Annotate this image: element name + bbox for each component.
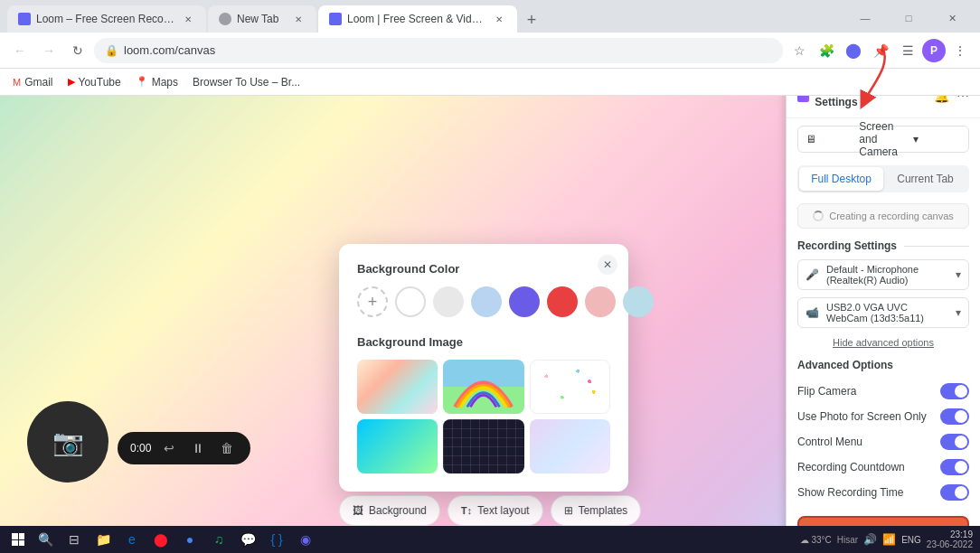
- loom-taskbar[interactable]: ◉: [293, 529, 318, 550]
- bookmark-label-browser: Browser To Use – Br...: [193, 76, 300, 89]
- recording-countdown-label: Recording Countdown: [797, 461, 905, 473]
- control-menu-label: Control Menu: [797, 436, 862, 448]
- source-section: 🖥 Screen and Camera ▾: [787, 118, 980, 160]
- extension-pin[interactable]: 📌: [868, 38, 893, 63]
- background-button[interactable]: 🖼 Background: [339, 495, 440, 526]
- bg-image-6[interactable]: [530, 419, 610, 473]
- loom-panel: Hide Recording Settings 🔔 ⋯ 🖥 Screen and…: [786, 74, 980, 553]
- color-swatch-gray[interactable]: [433, 286, 464, 317]
- vs-code[interactable]: { }: [264, 529, 289, 550]
- extensions-button[interactable]: 🧩: [814, 38, 839, 63]
- color-swatch-red[interactable]: [547, 286, 578, 317]
- edge-browser[interactable]: e: [119, 529, 145, 550]
- bookmarks-bar: M Gmail ▶ YouTube 📍 Maps Browser To Use …: [0, 69, 980, 96]
- wifi-icon[interactable]: 📶: [882, 533, 896, 546]
- hide-advanced-link[interactable]: Hide advanced options: [787, 332, 980, 353]
- bookmark-label-gmail: Gmail: [24, 76, 52, 89]
- back-button[interactable]: ←: [7, 38, 33, 63]
- bg-image-1[interactable]: [357, 360, 438, 414]
- color-swatch-purple[interactable]: [509, 286, 540, 317]
- camera-label: USB2.0 VGA UVC WebCam (13d3:5a11): [826, 302, 948, 323]
- bookmark-browser[interactable]: Browser To Use – Br...: [187, 74, 306, 90]
- use-photo-label: Use Photo for Screen Only: [797, 410, 927, 423]
- mic-icon: 🎤: [806, 268, 819, 281]
- forward-button[interactable]: →: [36, 38, 61, 63]
- bookmark-star[interactable]: ☆: [787, 38, 812, 63]
- bookmark-maps[interactable]: 📍 Maps: [130, 74, 184, 90]
- control-menu-toggle[interactable]: [940, 434, 969, 450]
- menu-button[interactable]: ⋮: [947, 38, 973, 63]
- window-close[interactable]: ✕: [931, 4, 973, 33]
- loom-extension[interactable]: ⬤: [841, 38, 866, 63]
- control-menu-row: Control Menu: [787, 429, 980, 455]
- show-recording-time-toggle[interactable]: [940, 484, 969, 501]
- clock-display: 23:19 23-06-2022: [927, 530, 973, 549]
- modal-close-button[interactable]: ✕: [598, 255, 617, 275]
- recording-countdown-row: Recording Countdown: [787, 455, 980, 480]
- task-view[interactable]: ⊟: [61, 529, 87, 550]
- tab-close-1[interactable]: ✕: [181, 12, 195, 26]
- pause-button[interactable]: ⏸: [187, 437, 209, 459]
- color-swatch-white[interactable]: [395, 286, 426, 317]
- browser-actions: ☆ 🧩 ⬤ 📌 ☰ P ⋮: [787, 38, 973, 63]
- camera-circle: 📷: [27, 401, 108, 483]
- bg-image-3[interactable]: [530, 360, 610, 414]
- taskbar-right: ☁ 33°C Hisar 🔊 📶 ENG 23:19 23-06-2022: [800, 530, 973, 549]
- tab-loom-active[interactable]: Loom | Free Screen & Video... ✕: [318, 5, 517, 33]
- new-tab-button[interactable]: +: [519, 7, 544, 33]
- spotify[interactable]: ♫: [206, 529, 231, 550]
- flip-camera-toggle[interactable]: [940, 383, 969, 399]
- window-minimize[interactable]: —: [844, 4, 886, 33]
- full-desktop-tab[interactable]: Full Desktop: [799, 167, 883, 191]
- bg-image-4[interactable]: [357, 419, 438, 473]
- camera-option[interactable]: 📹 USB2.0 VGA UVC WebCam (13d3:5a11) ▾: [797, 297, 969, 328]
- color-swatch-cyan[interactable]: [623, 286, 654, 317]
- refresh-button[interactable]: ↻: [65, 38, 90, 63]
- current-tab-tab[interactable]: Current Tab: [883, 167, 967, 191]
- mic-dropdown-icon: ▾: [956, 268, 961, 281]
- tab-loom-recorder[interactable]: Loom – Free Screen Recorder &... ✕: [7, 5, 206, 33]
- start-button[interactable]: [7, 529, 29, 550]
- use-photo-toggle[interactable]: [940, 408, 969, 425]
- profile-avatar[interactable]: P: [922, 39, 946, 62]
- recording-countdown-toggle[interactable]: [940, 459, 969, 475]
- text-layout-label: Text layout: [477, 504, 529, 517]
- text-layout-button[interactable]: T↕ Text layout: [448, 495, 543, 526]
- undo-button[interactable]: ↩: [158, 437, 180, 459]
- bg-image-2[interactable]: [443, 360, 523, 414]
- color-swatch-pink[interactable]: [585, 286, 616, 317]
- color-swatch-blue-light[interactable]: [471, 286, 502, 317]
- url-input[interactable]: 🔒 loom.com/canvas: [94, 38, 783, 63]
- taskbar-temp-location: Hisar: [837, 535, 858, 545]
- tab-close-2[interactable]: ✕: [291, 12, 306, 26]
- tab-new-tab[interactable]: New Tab ✕: [208, 5, 316, 33]
- bookmark-label-youtube: YouTube: [79, 76, 121, 89]
- volume-icon[interactable]: 🔊: [863, 533, 877, 546]
- microphone-option[interactable]: 🎤 Default - Microphone (Realtek(R) Audio…: [797, 259, 969, 290]
- bg-image-title: Background Image: [357, 335, 610, 349]
- canvas-status: Creating a recording canvas: [797, 203, 969, 229]
- window-maximize[interactable]: □: [888, 4, 929, 33]
- tab-close-3[interactable]: ✕: [492, 12, 506, 26]
- delete-button[interactable]: 🗑: [216, 437, 238, 459]
- recording-controls: 0:00 ↩ ⏸ 🗑: [118, 432, 250, 464]
- templates-label: Templates: [578, 504, 627, 517]
- search-taskbar[interactable]: 🔍: [33, 529, 58, 550]
- taskbar: 🔍 ⊟ 📁 e ⬤ ● ♫ 💬 { } ◉ ☁ 33°C Hisar 🔊 📶 E…: [0, 526, 980, 553]
- opera-browser[interactable]: ⬤: [148, 529, 174, 550]
- advanced-options-section: Flip Camera Use Photo for Screen Only Co…: [787, 375, 980, 509]
- discord[interactable]: 💬: [235, 529, 260, 550]
- source-dropdown[interactable]: 🖥 Screen and Camera ▾: [797, 126, 969, 153]
- file-explorer[interactable]: 📁: [90, 529, 116, 550]
- add-color-button[interactable]: +: [357, 286, 388, 317]
- bg-image-5[interactable]: [443, 419, 523, 473]
- chrome-browser[interactable]: ●: [177, 529, 203, 550]
- tab-title-1: Loom – Free Screen Recorder &...: [36, 13, 175, 25]
- tab-title-3: Loom | Free Screen & Video...: [347, 13, 486, 25]
- bookmark-gmail[interactable]: M Gmail: [7, 74, 59, 90]
- sidebar-button[interactable]: ☰: [895, 38, 920, 63]
- templates-button[interactable]: ⊞ Templates: [550, 495, 641, 526]
- bookmark-youtube[interactable]: ▶ YouTube: [62, 74, 127, 90]
- background-label: Background: [369, 504, 427, 517]
- canvas-status-text: Creating a recording canvas: [829, 211, 954, 221]
